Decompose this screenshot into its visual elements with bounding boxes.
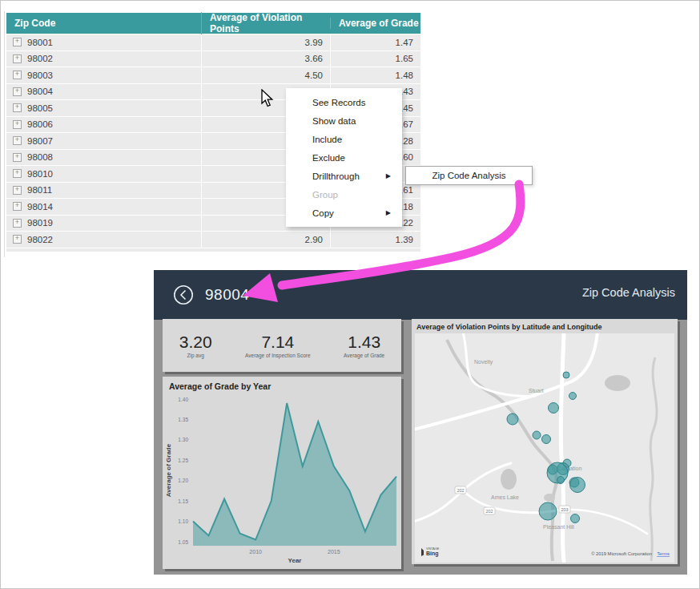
kpi-inspection-score: 7.14 Average of Inspection Score — [245, 333, 311, 358]
expand-row-icon[interactable]: + — [13, 136, 22, 145]
chart-title: Average of Grade by Year — [163, 377, 401, 391]
zip-code-cell: 98019 — [27, 218, 53, 228]
expand-row-icon[interactable]: + — [13, 103, 22, 112]
chart-text: 1.40 — [178, 397, 188, 402]
table-row[interactable]: +980034.501.48 — [6, 67, 420, 83]
map-bubble[interactable] — [557, 477, 565, 484]
report-canvas-edge — [4, 11, 5, 257]
chart-text: Year — [288, 557, 302, 564]
selected-zip-title: 98004 — [205, 286, 249, 304]
lake — [501, 469, 517, 490]
lake — [605, 375, 630, 391]
chart-text: 1.15 — [178, 498, 188, 504]
area-chart[interactable]: 1.051.101.151.201.251.301.351.4020102015… — [163, 391, 401, 567]
expand-row-icon[interactable]: + — [13, 169, 22, 178]
mouse-cursor-icon — [260, 89, 276, 108]
drillthrough-submenu-item[interactable]: Zip Code Analysis — [405, 166, 533, 185]
violation-points-cell: 3.99 — [202, 34, 330, 50]
menu-item-include[interactable]: Include — [286, 130, 402, 148]
dashboard-header: 98004 Zip Code Analysis — [154, 270, 687, 320]
table-row[interactable]: +980013.991.47 — [6, 34, 420, 50]
road-shield-label: 202 — [485, 509, 493, 514]
map-bubble[interactable] — [507, 414, 518, 425]
chart-text: 1.30 — [178, 437, 188, 442]
menu-item-drillthrough[interactable]: Drillthrough▶ — [286, 167, 402, 185]
bing-logo-text: Bing — [426, 551, 439, 557]
map-bubble[interactable] — [570, 478, 585, 493]
chart-text: 2010 — [249, 549, 262, 555]
expand-row-icon[interactable]: + — [13, 71, 22, 79]
table-header-row: Zip CodeAverage of Violation PointsAvera… — [6, 13, 420, 34]
chart-text: 1.10 — [178, 518, 188, 524]
menu-item-see-records[interactable]: See Records — [286, 93, 402, 111]
map-place-label: Ames Lake — [491, 494, 519, 500]
zip-code-cell: 98003 — [27, 71, 53, 80]
bubble-map[interactable]: NoveltyStuartCarnationAmes LakePleasant … — [415, 333, 674, 563]
table-row[interactable]: +980222.901.39 — [6, 232, 420, 248]
violation-points-cell: 4.50 — [202, 67, 330, 83]
kpi-label: Average of Grade — [344, 353, 384, 358]
chart-text: Average of Grade — [165, 443, 172, 497]
back-button-icon[interactable] — [173, 284, 194, 305]
expand-row-icon[interactable]: + — [13, 120, 22, 129]
grade-cell: 1.47 — [331, 34, 420, 50]
zip-code-cell: 98011 — [27, 185, 52, 195]
column-header-zip-code[interactable]: Zip Code — [6, 18, 201, 29]
column-header-average-of-violation-points[interactable]: Average of Violation Points — [201, 12, 330, 34]
submenu-arrow-icon: ▶ — [386, 209, 391, 216]
expand-row-icon[interactable]: + — [13, 54, 22, 63]
kpi-card: 3.20 Zip avg 7.14 Average of Inspection … — [163, 319, 401, 372]
menu-item-exclude[interactable]: Exclude — [286, 148, 402, 167]
map-bubble[interactable] — [569, 393, 577, 400]
zip-code-cell: 98008 — [27, 152, 53, 162]
terms-link[interactable]: Terms — [657, 551, 670, 556]
kpi-label: Zip avg — [179, 353, 212, 358]
table-row[interactable]: +980023.661.65 — [6, 51, 420, 67]
map-attribution: © 2019 Microsoft Corporation — [591, 551, 652, 556]
expand-row-icon[interactable]: + — [13, 87, 22, 96]
expand-row-icon[interactable]: + — [13, 202, 22, 211]
zip-code-cell: 98002 — [27, 54, 53, 63]
chart-text: 1.20 — [178, 478, 188, 483]
expand-row-icon[interactable]: + — [13, 38, 22, 46]
map-place-label: Novelty — [474, 359, 493, 365]
chart-text: 1.25 — [178, 458, 188, 463]
map-place-label: Stuart — [529, 388, 544, 393]
menu-item-group: Group — [286, 185, 402, 204]
kpi-value: 7.14 — [245, 333, 311, 352]
grade-cell: 1.65 — [331, 51, 420, 67]
violation-map-card: Average of Violation Points by Latitude … — [412, 319, 678, 564]
table-row-partial — [6, 248, 420, 252]
map-title: Average of Violation Points by Latitude … — [412, 319, 678, 331]
map-bubble[interactable] — [571, 514, 580, 523]
zip-code-cell: 98001 — [27, 38, 53, 47]
column-header-average-of-grade[interactable]: Average of Grade — [330, 18, 420, 29]
drillthrough-dashboard: 98004 Zip Code Analysis 3.20 Zip avg 7.1… — [154, 270, 687, 575]
context-menu: See RecordsShow dataIncludeExcludeDrillt… — [286, 88, 402, 227]
expand-row-icon[interactable]: + — [13, 235, 22, 244]
map-bubble[interactable] — [549, 403, 559, 414]
zip-code-cell: 98014 — [27, 202, 53, 212]
violation-points-cell: 2.90 — [202, 232, 330, 248]
page-title: Zip Code Analysis — [582, 286, 675, 299]
menu-item-copy[interactable]: Copy▶ — [286, 204, 402, 222]
map-bubble[interactable] — [533, 431, 541, 439]
kpi-value: 1.43 — [344, 333, 384, 352]
zip-code-cell: 98004 — [27, 87, 53, 96]
grade-by-year-chart-card: Average of Grade by Year 1.051.101.151.2… — [163, 377, 401, 569]
chart-text: 1.35 — [178, 417, 188, 422]
map-bubble[interactable] — [539, 502, 557, 520]
zip-code-cell: 98007 — [27, 136, 53, 146]
map-bubble[interactable] — [542, 435, 551, 444]
road-shield-label: 203 — [561, 507, 568, 512]
chart-text: 2015 — [328, 549, 340, 555]
submenu-arrow-icon: ▶ — [386, 172, 391, 180]
zip-code-cell: 98006 — [27, 119, 53, 129]
kpi-zip-avg: 3.20 Zip avg — [179, 333, 212, 358]
expand-row-icon[interactable]: + — [13, 219, 22, 228]
expand-row-icon[interactable]: + — [13, 186, 22, 195]
menu-item-show-data[interactable]: Show data — [286, 111, 402, 130]
kpi-value: 3.20 — [179, 333, 212, 352]
map-bubble[interactable] — [563, 372, 569, 378]
expand-row-icon[interactable]: + — [13, 153, 22, 162]
